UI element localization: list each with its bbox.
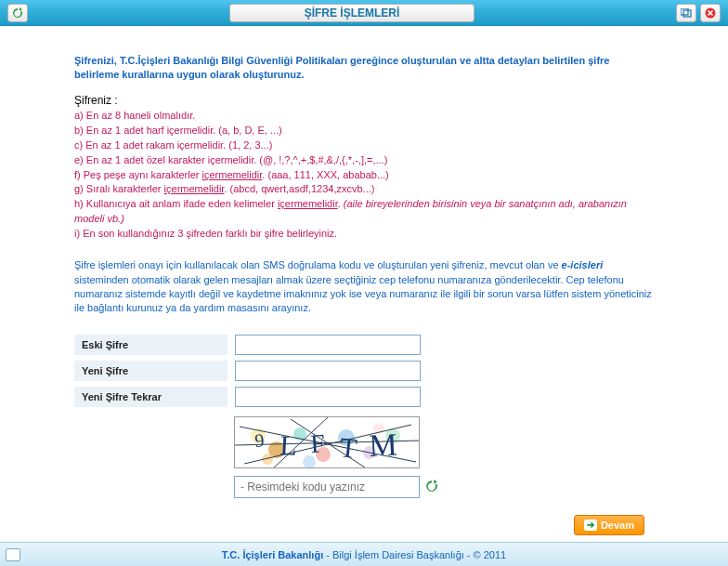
- form-row-new-password: Yeni Şifre: [74, 361, 654, 381]
- rule-i: i) En son kullandığınız 3 şifreden farkl…: [74, 227, 654, 242]
- page-title: ŞİFRE İŞLEMLERİ: [229, 4, 475, 22]
- refresh-icon: [425, 480, 438, 493]
- intro-text: Şifrenizi, T.C.İçişleri Bakanlığı Bilgi …: [74, 54, 654, 83]
- button-row: ➔ Devam: [74, 515, 654, 535]
- svg-text:T: T: [338, 431, 358, 464]
- form-row-old-password: Eski Şifre: [74, 335, 654, 355]
- rule-h: h) Kullanıcıya ait anlam ifade eden keli…: [74, 197, 654, 227]
- new-password-label: Yeni Şifre: [74, 361, 228, 381]
- rule-f: f) Peş peşe aynı karakterler içermemelid…: [74, 168, 654, 183]
- rule-a: a) En az 8 haneli olmalıdır.: [74, 109, 654, 124]
- captcha-image: 9 L F T M: [234, 416, 420, 468]
- svg-rect-0: [681, 8, 688, 15]
- close-button[interactable]: [700, 4, 721, 22]
- svg-text:F: F: [309, 428, 326, 458]
- info-text: Şifre işlemleri onayı için kullanılacak …: [74, 258, 654, 316]
- captcha-refresh-button[interactable]: [425, 480, 438, 494]
- maximize-icon: [681, 8, 692, 18]
- form-row-new-password-repeat: Yeni Şifre Tekrar: [74, 387, 654, 407]
- new-password-input[interactable]: [235, 361, 421, 381]
- rule-b: b) En az 1 adet harf içermelidir. (a, b,…: [74, 124, 654, 138]
- rule-c: c) En az 1 adet rakam içermelidir. (1, 2…: [74, 138, 654, 153]
- rules-subtitle: Şifreniz :: [74, 94, 654, 107]
- captcha-input[interactable]: [234, 476, 420, 498]
- svg-rect-1: [683, 10, 691, 17]
- rule-e: e) En az 1 adet özel karakter içermelidi…: [74, 153, 654, 168]
- continue-label: Devam: [601, 520, 634, 531]
- refresh-icon: [12, 7, 23, 19]
- svg-text:M: M: [368, 427, 397, 463]
- captcha-section: 9 L F T M: [234, 416, 654, 498]
- new-password-repeat-input[interactable]: [235, 387, 421, 407]
- svg-text:9: 9: [254, 429, 265, 451]
- close-icon: [705, 7, 716, 19]
- content-area: Şifrenizi, T.C.İçişleri Bakanlığı Bilgi …: [0, 26, 728, 540]
- rules-list: a) En az 8 haneli olmalıdır. b) En az 1 …: [74, 109, 654, 242]
- rule-g: g) Sıralı karakterler içermemelidir. (ab…: [74, 182, 654, 197]
- arrow-right-icon: ➔: [584, 520, 597, 531]
- new-password-repeat-label: Yeni Şifre Tekrar: [74, 387, 228, 407]
- svg-text:L: L: [280, 429, 298, 461]
- old-password-input[interactable]: [235, 335, 421, 355]
- maximize-button[interactable]: [676, 4, 696, 22]
- old-password-label: Eski Şifre: [74, 335, 228, 355]
- title-center: ŞİFRE İŞLEMLERİ: [30, 4, 674, 22]
- continue-button[interactable]: ➔ Devam: [574, 515, 644, 535]
- refresh-button[interactable]: [7, 4, 28, 22]
- titlebar: ŞİFRE İŞLEMLERİ: [0, 0, 728, 26]
